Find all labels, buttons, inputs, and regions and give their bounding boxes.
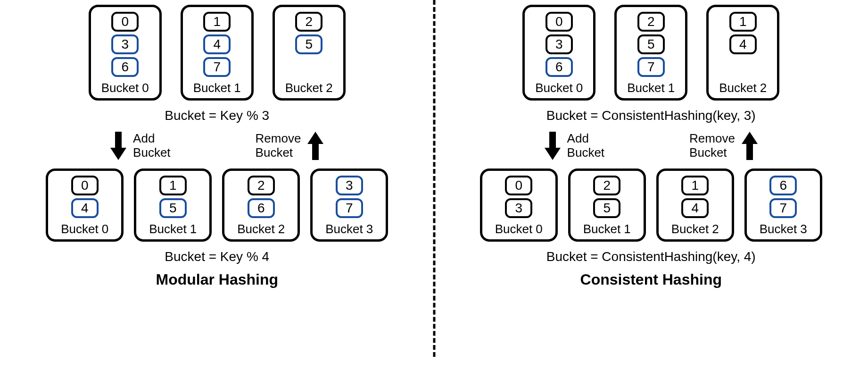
right-add-bucket-arrow: AddBucket xyxy=(545,132,605,160)
key-cell: 3 xyxy=(111,34,139,54)
key-cell: 3 xyxy=(505,198,532,218)
key-cell: 2 xyxy=(248,176,275,195)
key-cell: 3 xyxy=(336,176,363,195)
bucket: 03Bucket 0 xyxy=(480,169,558,242)
bucket: 036Bucket 0 xyxy=(89,5,162,101)
panel-modular-hashing: 036Bucket 0147Bucket 125Bucket 2 Bucket … xyxy=(0,0,434,371)
key-cell: 4 xyxy=(203,34,231,54)
left-add-bucket-arrow: AddBucket xyxy=(110,132,171,160)
bucket: 25Bucket 2 xyxy=(273,5,346,101)
bucket-label: Bucket 0 xyxy=(535,81,583,95)
bucket: 67Bucket 3 xyxy=(744,169,822,242)
key-cell: 2 xyxy=(295,12,322,32)
bucket: 15Bucket 1 xyxy=(134,169,212,242)
bucket-label: Bucket 1 xyxy=(627,81,675,95)
key-cell: 7 xyxy=(637,57,665,77)
bucket: 257Bucket 1 xyxy=(614,5,687,101)
bucket-label: Bucket 1 xyxy=(149,222,197,236)
bucket-label: Bucket 2 xyxy=(237,222,285,236)
left-remove-label: RemoveBucket xyxy=(256,132,301,160)
key-cell: 5 xyxy=(637,34,665,54)
bucket: 147Bucket 1 xyxy=(181,5,254,101)
key-cell: 6 xyxy=(111,57,139,77)
bucket-label: Bucket 1 xyxy=(583,222,631,236)
key-cell: 6 xyxy=(769,176,797,195)
bucket: 25Bucket 1 xyxy=(568,169,646,242)
left-title: Modular Hashing xyxy=(156,271,278,288)
right-add-label: AddBucket xyxy=(567,132,605,160)
key-cell: 0 xyxy=(546,12,573,32)
bucket: 04Bucket 0 xyxy=(46,169,124,242)
key-cell: 7 xyxy=(769,198,797,218)
right-bottom-formula: Bucket = ConsistentHashing(key, 4) xyxy=(546,249,756,264)
svg-marker-3 xyxy=(742,132,758,160)
bucket: 036Bucket 0 xyxy=(522,5,595,101)
key-cell: 0 xyxy=(505,176,532,195)
key-cell: 1 xyxy=(159,176,187,195)
bucket-label: Bucket 1 xyxy=(193,81,241,95)
left-arrows: AddBucket RemoveBucket xyxy=(9,132,425,160)
key-cell: 7 xyxy=(203,57,231,77)
key-cell: 0 xyxy=(71,176,99,195)
arrow-up-icon xyxy=(742,132,758,160)
key-cell: 4 xyxy=(71,198,99,218)
key-cell: 1 xyxy=(729,12,757,32)
key-cell: 1 xyxy=(681,176,709,195)
right-top-buckets: 036Bucket 0257Bucket 114Bucket 2 xyxy=(522,5,779,101)
panel-consistent-hashing: 036Bucket 0257Bucket 114Bucket 2 Bucket … xyxy=(434,0,868,371)
left-top-buckets: 036Bucket 0147Bucket 125Bucket 2 xyxy=(89,5,346,101)
key-cell: 7 xyxy=(336,198,363,218)
right-remove-bucket-arrow: RemoveBucket xyxy=(689,132,758,160)
key-cell: 6 xyxy=(546,57,573,77)
bucket-label: Bucket 2 xyxy=(285,81,333,95)
svg-marker-1 xyxy=(307,132,323,160)
key-cell: 5 xyxy=(593,198,620,218)
left-top-formula: Bucket = Key % 3 xyxy=(165,108,269,123)
left-add-label: AddBucket xyxy=(133,132,171,160)
key-cell: 0 xyxy=(111,12,139,32)
key-cell: 4 xyxy=(729,34,757,54)
key-cell: 6 xyxy=(248,198,275,218)
right-top-formula: Bucket = ConsistentHashing(key, 3) xyxy=(546,108,756,123)
left-remove-bucket-arrow: RemoveBucket xyxy=(256,132,324,160)
bucket: 14Bucket 2 xyxy=(706,5,779,101)
svg-marker-2 xyxy=(545,132,561,160)
bucket: 26Bucket 2 xyxy=(222,169,300,242)
bucket-label: Bucket 0 xyxy=(101,81,149,95)
bucket-label: Bucket 0 xyxy=(495,222,543,236)
left-bottom-buckets: 04Bucket 015Bucket 126Bucket 237Bucket 3 xyxy=(46,169,388,242)
vertical-divider xyxy=(433,0,435,357)
arrow-down-icon xyxy=(545,132,561,160)
key-cell: 4 xyxy=(681,198,709,218)
bucket: 37Bucket 3 xyxy=(310,169,388,242)
right-title: Consistent Hashing xyxy=(580,271,722,288)
bucket-label: Bucket 2 xyxy=(719,81,767,95)
key-cell: 2 xyxy=(593,176,620,195)
left-bottom-formula: Bucket = Key % 4 xyxy=(165,249,269,264)
right-bottom-buckets: 03Bucket 025Bucket 114Bucket 267Bucket 3 xyxy=(480,169,822,242)
key-cell: 1 xyxy=(203,12,231,32)
key-cell: 3 xyxy=(546,34,573,54)
key-cell: 5 xyxy=(295,34,322,54)
bucket-label: Bucket 0 xyxy=(61,222,108,236)
bucket-label: Bucket 3 xyxy=(325,222,373,236)
key-cell: 2 xyxy=(637,12,665,32)
bucket: 14Bucket 2 xyxy=(656,169,734,242)
bucket-label: Bucket 3 xyxy=(760,222,807,236)
bucket-label: Bucket 2 xyxy=(671,222,719,236)
svg-marker-0 xyxy=(110,132,126,160)
right-arrows: AddBucket RemoveBucket xyxy=(444,132,859,160)
arrow-up-icon xyxy=(307,132,323,160)
arrow-down-icon xyxy=(110,132,126,160)
key-cell: 5 xyxy=(159,198,187,218)
right-remove-label: RemoveBucket xyxy=(689,132,735,160)
